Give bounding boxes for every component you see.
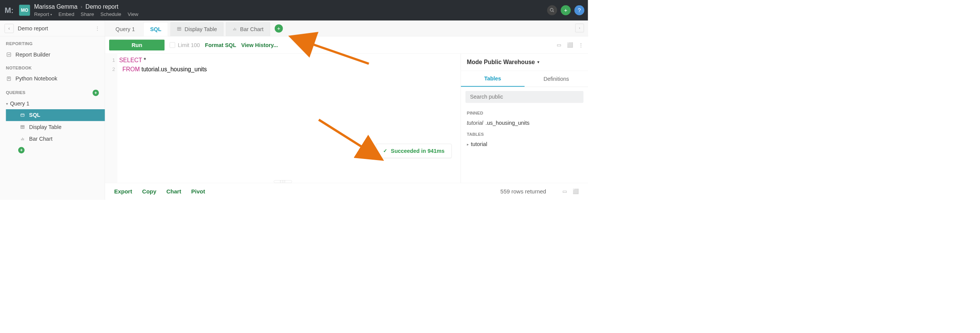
sidebar-item-display-table[interactable]: Display Table [6,121,105,133]
table-icon [20,124,26,130]
minimize-icon[interactable]: ▭ [557,42,562,48]
schema-search[interactable] [465,91,583,103]
header-nav: Report ▾ Embed Share Schedule View [34,11,547,18]
pivot-link[interactable]: Pivot [191,188,205,194]
new-button[interactable]: + [561,5,571,15]
nav-share[interactable]: Share [81,11,94,18]
schema-tree-item[interactable]: ▸ tutorial [461,139,588,150]
add-tab-button[interactable]: + [275,24,283,33]
schema-tab-tables[interactable]: Tables [461,71,525,86]
editor-gutter: 12 [105,54,117,183]
tabs-next-icon[interactable]: › [575,24,584,32]
sidebar-more-icon[interactable]: ⋮ [95,25,100,32]
sidebar-item-report-builder[interactable]: Report Builder [0,49,105,60]
search-icon[interactable] [547,5,557,15]
run-button[interactable]: Run [109,40,164,51]
breadcrumb-report[interactable]: Demo report [86,3,119,11]
format-sql-link[interactable]: Format SQL [205,42,236,48]
user-avatar[interactable]: MO [19,5,30,16]
breadcrumb-user[interactable]: Marissa Gemma [34,3,77,11]
nav-view[interactable]: View [128,11,138,18]
schema-pinned-label: PINNED [461,107,588,118]
results-footer: Export Copy Chart Pivot 559 rows returne… [105,183,588,199]
collapse-sidebar-icon[interactable]: ‹ [5,24,14,33]
sidebar-item-bar-chart[interactable]: Bar Chart [6,133,105,145]
view-history-link[interactable]: View History... [241,42,278,48]
pinned-table[interactable]: tutorial.us_housing_units [461,118,588,129]
sidebar-query-1[interactable]: ▾ Query 1 [6,98,105,109]
datasource-selector[interactable]: Mode Public Warehouse ▾ [461,54,588,71]
minimize-icon[interactable]: ▭ [562,188,567,194]
sidebar-item-label: Query 1 [10,100,29,107]
svg-point-0 [550,8,553,11]
sidebar-title: Demo report [18,25,95,32]
svg-rect-15 [177,27,181,30]
maximize-icon[interactable]: ⬜ [573,188,579,194]
sql-toolbar: Run Limit 100 Format SQL View History...… [105,37,588,54]
maximize-icon[interactable]: ⬜ [567,42,573,48]
editor-code[interactable]: SELECT * FROM tutorial.us_housing_units [118,54,461,183]
export-link[interactable]: Export [114,188,132,194]
limit-checkbox[interactable] [170,42,175,48]
nav-embed[interactable]: Embed [58,11,74,18]
report-builder-icon [6,52,12,57]
sidebar-item-label: Python Notebook [16,75,57,82]
rows-returned: 559 rows returned [500,188,546,194]
nav-schedule[interactable]: Schedule [100,11,121,18]
tab-label: Bar Chart [240,26,264,33]
schema-panel: Mode Public Warehouse ▾ Tables Definitio… [461,54,588,183]
tab-bar: Query 1 SQL Display Table Bar Chart + › [105,21,588,37]
caret-down-icon: ▾ [6,102,8,106]
sidebar-item-label: Report Builder [16,52,50,58]
sidebar-section-queries: QUERIES [6,90,25,95]
sidebar-section-reporting: REPORTING [0,37,105,49]
caret-down-icon: ▾ [538,60,539,64]
sidebar-item-python-notebook[interactable]: Python Notebook [0,73,105,84]
copy-link[interactable]: Copy [142,188,156,194]
table-icon [177,26,181,33]
query-status-toast: ✓ Succeeded in 941ms [376,144,451,158]
tab-sql[interactable]: SQL [144,22,168,36]
chevron-right-icon: › [81,4,82,10]
tab-label: Display Table [185,26,217,33]
app-header: M꞉ MO Marissa Gemma › Demo report Report… [0,0,588,21]
sidebar-item-sql[interactable]: SQL [6,109,105,121]
sidebar-section-notebook: NOTEBOOK [0,61,105,73]
notebook-icon [6,76,12,82]
tab-query-1[interactable]: Query 1 [109,22,142,36]
tab-bar-chart[interactable]: Bar Chart [226,22,270,36]
schema-tab-definitions[interactable]: Definitions [525,71,588,86]
sidebar-item-label: SQL [29,112,41,118]
sidebar-item-label: Display Table [29,124,61,130]
mode-logo[interactable]: M꞉ [4,5,15,16]
sidebar-item-label: Bar Chart [29,136,52,142]
svg-line-1 [552,11,554,12]
bar-chart-icon [232,26,237,33]
schema-tables-label: TABLES [461,128,588,139]
schema-search-input[interactable] [470,94,579,100]
limit-label: Limit 100 [178,42,200,48]
resize-handle[interactable]: ⠿⠿⠿ [274,180,292,183]
check-icon: ✓ [383,148,387,154]
help-icon[interactable]: ? [574,5,584,15]
nav-report[interactable]: Report ▾ [34,11,52,18]
sql-editor[interactable]: 12 SELECT * FROM tutorial.us_housing_uni… [105,54,460,183]
caret-right-icon: ▸ [467,142,469,147]
add-view-button[interactable]: + [18,147,25,154]
chart-link[interactable]: Chart [166,188,181,194]
bar-chart-icon [20,136,26,142]
svg-rect-8 [21,126,24,129]
svg-rect-6 [21,114,24,116]
toolbar-more-icon[interactable]: ⋮ [578,42,584,48]
breadcrumb: Marissa Gemma › Demo report [34,3,547,11]
sidebar: ‹ Demo report ⋮ REPORTING Report Builder… [0,21,105,200]
add-query-button[interactable]: + [92,89,99,96]
sql-icon [20,112,26,118]
tab-display-table[interactable]: Display Table [170,22,224,36]
status-text: Succeeded in 941ms [391,148,444,154]
